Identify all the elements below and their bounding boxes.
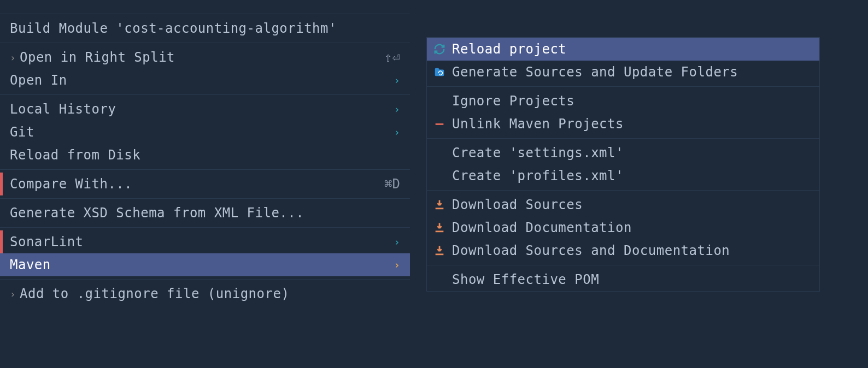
menu-item-label: SonarLint [10, 234, 383, 250]
menu-separator [427, 190, 819, 191]
menu-item-label: Download Sources and Documentation [452, 243, 810, 258]
menu-separator [0, 14, 410, 14]
diff-marker-icon [0, 230, 3, 253]
chevron-right-icon: › [10, 52, 16, 63]
context-menu-right: Reload project Generate Sources and Upda… [426, 37, 820, 292]
svg-rect-0 [436, 123, 444, 125]
submenu-arrow-icon: › [383, 126, 400, 139]
menu-separator [0, 198, 410, 199]
menu-item-label: Ignore Projects [452, 93, 810, 109]
submenu-arrow-icon: › [383, 103, 400, 116]
submenu-arrow-icon: › [383, 235, 400, 248]
download-icon [432, 244, 447, 258]
menu-separator [427, 86, 819, 87]
menu-item-reload-from-disk[interactable]: Reload from Disk [0, 144, 410, 167]
menu-item-label: Build Module 'cost-accounting-algorithm' [10, 21, 400, 36]
menu-item-open-in[interactable]: Open In › [0, 69, 410, 92]
menu-item-unlink-maven[interactable]: Unlink Maven Projects [427, 112, 819, 135]
context-menu-left: Build Module 'cost-accounting-algorithm'… [0, 0, 410, 305]
shortcut-label: ⌘D [373, 176, 400, 192]
menu-item-label: Generate Sources and Update Folders [452, 64, 810, 80]
menu-item-build-module[interactable]: Build Module 'cost-accounting-algorithm' [0, 17, 410, 40]
menu-item-label: Open in Right Split [20, 50, 373, 65]
menu-item-reload-project[interactable]: Reload project [427, 38, 819, 61]
menu-item-label: Show Effective POM [452, 272, 810, 287]
menu-item-maven[interactable]: Maven › [0, 253, 410, 276]
svg-rect-2 [436, 231, 444, 233]
menu-item-label: Git [10, 124, 383, 140]
menu-item-label: Open In [10, 73, 383, 88]
submenu-arrow-icon: › [383, 74, 400, 87]
menu-item-sonarlint[interactable]: SonarLint › [0, 230, 410, 253]
diff-marker-icon [0, 173, 3, 195]
menu-item-label: Create 'profiles.xml' [452, 168, 810, 183]
menu-item-ignore-projects[interactable]: Ignore Projects [427, 90, 819, 112]
menu-item-add-gitignore[interactable]: › Add to .gitignore file (unignore) [0, 282, 410, 305]
menu-item-open-right-split[interactable]: › Open in Right Split ⇧⏎ [0, 46, 410, 69]
download-icon [432, 221, 447, 235]
svg-rect-1 [436, 208, 444, 210]
menu-separator [0, 94, 410, 95]
menu-item-label: Local History [10, 102, 383, 117]
reload-icon [432, 42, 447, 56]
menu-top-partial [0, 0, 410, 11]
menu-item-git[interactable]: Git › [0, 121, 410, 144]
menu-item-create-settings-xml[interactable]: Create 'settings.xml' [427, 141, 819, 164]
menu-item-label: Unlink Maven Projects [452, 116, 810, 132]
menu-item-generate-xsd[interactable]: Generate XSD Schema from XML File... [0, 201, 410, 224]
menu-item-label: Download Documentation [452, 220, 810, 235]
menu-item-compare-with[interactable]: Compare With... ⌘D [0, 173, 410, 195]
submenu-arrow-icon: › [383, 258, 400, 271]
menu-item-local-history[interactable]: Local History › [0, 98, 410, 121]
menu-separator [0, 169, 410, 170]
chevron-right-icon: › [10, 288, 16, 300]
menu-item-create-profiles-xml[interactable]: Create 'profiles.xml' [427, 164, 819, 187]
menu-item-download-sources[interactable]: Download Sources [427, 193, 819, 216]
menu-item-label: Create 'settings.xml' [452, 145, 810, 161]
menu-separator [0, 43, 410, 43]
menu-item-generate-sources[interactable]: Generate Sources and Update Folders [427, 61, 819, 84]
menu-item-label: Reload from Disk [10, 147, 400, 163]
menu-item-label: Maven [10, 257, 383, 272]
minus-icon [432, 117, 447, 131]
menu-separator [0, 227, 410, 228]
menu-item-show-effective-pom[interactable]: Show Effective POM [427, 268, 819, 291]
download-icon [432, 198, 447, 212]
menu-separator [427, 138, 819, 139]
menu-item-label: Compare With... [10, 176, 373, 192]
shortcut-label: ⇧⏎ [373, 50, 400, 65]
menu-item-label: Add to .gitignore file (unignore) [20, 286, 400, 301]
menu-item-download-sources-docs[interactable]: Download Sources and Documentation [427, 239, 819, 262]
menu-item-label: Generate XSD Schema from XML File... [10, 205, 400, 221]
folder-reload-icon [432, 65, 447, 79]
menu-item-label: Reload project [452, 41, 810, 57]
menu-separator [427, 265, 819, 265]
menu-item-download-documentation[interactable]: Download Documentation [427, 216, 819, 239]
menu-item-label: Download Sources [452, 197, 810, 212]
svg-rect-3 [436, 254, 444, 256]
menu-separator [0, 279, 410, 280]
